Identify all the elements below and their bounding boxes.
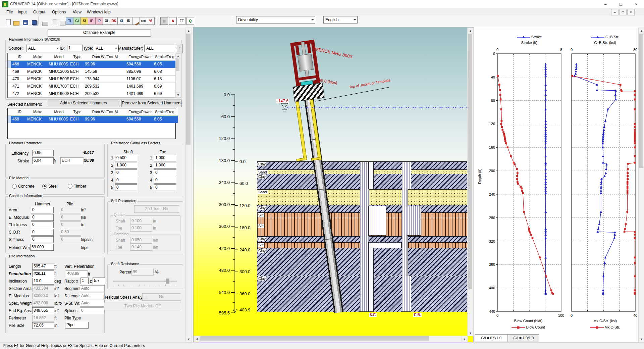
hammer-table-header-2[interactable]: Model [47,53,71,61]
srd-button[interactable]: SRD [140,17,147,25]
helmet-weight-field[interactable]: 69.000 [30,244,54,251]
middle-scroll-up-icon[interactable]: ▲ [467,28,474,34]
cushion-1-hammer-field[interactable]: 0 [31,214,54,221]
source-dropdown[interactable]: ALL [26,45,60,52]
hammer-table-row-0-cell-6[interactable]: 6.05 [153,61,178,68]
pile-right-1-field[interactable]: Auto. [80,293,105,299]
toe-factor-1-field[interactable]: 1.000 [154,155,176,161]
hammer-table-row-3-cell-5[interactable]: 1401.689 [125,83,155,90]
selected-hammers-table-row-0-cell-4[interactable]: 99.96 [84,116,128,123]
hammer-table-row-4-cell-5[interactable]: 1401.689 [125,90,155,98]
hammer-selection-button[interactable] [132,17,140,25]
hammer-table-row-2-cell-1[interactable]: MENCK [26,76,50,83]
hammer-table-scroll-up-icon[interactable]: ▲ [175,53,181,59]
hammer-table-row-3-cell-2[interactable]: MHU1700T [47,83,71,90]
print-preview-button[interactable] [49,17,57,25]
pile-3-field[interactable]: 433.384 [32,285,54,292]
hammer-table-row-3-cell-1[interactable]: MENCK [26,83,50,90]
soil-input-button[interactable]: SI [80,17,88,25]
hammer-table-row-2-cell-4[interactable]: 178.944 [84,76,128,83]
hammer-table-row-4-cell-1[interactable]: MENCK [26,90,50,98]
manufacturer-dropdown[interactable]: ALL [144,45,180,52]
shaft-factor-2-field[interactable]: 1.000 [115,162,137,169]
menu-help[interactable]: Help [100,9,113,15]
language-dropdown[interactable]: English [323,16,358,23]
cushion-3-pile-field[interactable]: 0.50 [60,229,81,236]
pile-input-1-button[interactable]: IP [88,17,96,25]
hammer-table-scroll-thumb[interactable] [176,59,179,71]
hammer-table-row-1-cell-1[interactable]: MENCK [26,68,50,76]
child-restore-button[interactable]: □ [619,9,627,15]
save-all-button[interactable] [29,17,37,25]
middle-hscroll-thumb[interactable] [200,336,429,341]
hammer-table-row-3-cell-4[interactable]: 209.532 [84,83,128,90]
hammer-table-row-4-cell-6[interactable]: 6.69 [153,90,178,98]
tab-gl-1.0-1.0[interactable]: G/L= 1.0/1.0 [508,334,539,342]
hammer-table-row-2-cell-6[interactable]: 6.18 [153,76,178,83]
hammer-table-row-2-cell-2[interactable]: MHU1500S [47,76,71,83]
selected-hammers-table-header-2[interactable]: Model [47,108,71,116]
pile-right-0-field[interactable]: Auto [80,285,105,292]
residual-stress-button[interactable]: No [142,293,181,301]
cushion-0-hammer-field[interactable]: 0 [31,207,54,213]
menu-file[interactable]: File [4,9,15,15]
quake-toe-field[interactable]: 0.100 [130,225,152,232]
right-scroll-down-icon[interactable]: ▼ [638,336,644,342]
screen-output-button[interactable] [58,17,65,25]
child-minimize-button[interactable]: – [611,9,619,15]
pile-4-field[interactable]: 30000.0 [32,293,54,299]
radio-concrete[interactable] [12,184,17,189]
cushion-0-pile-field[interactable]: 0 [60,207,81,213]
hammer-table-row-3-cell-6[interactable]: 6.69 [153,83,178,90]
save-button[interactable] [20,17,28,25]
close-button[interactable]: × [629,0,644,8]
hammer-table-header-6[interactable]: Stroke/Freq. [153,53,178,61]
left-scroll-thumb[interactable] [186,34,191,145]
menu-output[interactable]: Output [31,9,48,15]
selected-hammers-table-header-1[interactable]: Make [26,108,50,116]
font-format-button[interactable]: FF [178,17,185,25]
pile-input-2-button[interactable]: IP [95,17,103,25]
selected-hammers-table-row-0-cell-5[interactable]: 604.568 [125,116,155,123]
shaft-factor-5-field[interactable]: 0 [115,184,137,191]
project-name-field[interactable]: Offshore Example [48,30,151,37]
hammer-table-row-0-cell-1[interactable]: MENCK [26,61,50,68]
pile-1-field[interactable]: 410.11 [32,270,54,277]
general-input-button[interactable]: GI [73,17,81,25]
hammer-table-header-4[interactable]: Ram Wt/Ecc. M. [84,53,128,61]
radio-steel[interactable] [42,184,47,189]
depth-input-button[interactable]: ID [125,17,132,25]
percentage-button[interactable]: % [147,17,155,25]
shaft-factor-4-field[interactable]: 0 [115,177,137,184]
middle-scroll-down-icon[interactable]: ▼ [467,330,474,336]
hammer-table-row-1-cell-5[interactable]: 885.096 [125,68,155,76]
pile-0-field[interactable]: 595.47 [32,263,54,270]
damping-shaft-field[interactable]: 0.050 [130,237,152,244]
right-scroll-up-icon[interactable]: ▲ [638,28,644,34]
hammer-table-row-0-cell-2[interactable]: MHU 800S [47,61,71,68]
quake-shaft-field[interactable]: 0.100 [130,218,152,225]
analysis-x-button[interactable]: XI [103,17,110,25]
child-close-button[interactable]: × [627,9,635,15]
pile-right-3-field[interactable]: 0 [80,307,105,314]
middle-vscroll-thumb[interactable] [468,34,472,289]
analysis-x2-button[interactable]: XI [117,17,125,25]
second-toe-button[interactable]: 2nd Toe - No [134,205,179,213]
grid-view-button[interactable]: ▦ [160,17,168,25]
toe-factor-3-field[interactable]: 0 [154,169,176,176]
pile-8-field[interactable]: 72.05 [32,322,54,329]
selected-hammers-table-row-0-cell-1[interactable]: MENCK [26,116,50,123]
hammer-table-row-1-cell-4[interactable]: 145.59 [84,68,128,76]
cushion-4-pile-field[interactable]: 0 [60,236,81,243]
print-button[interactable] [40,17,48,25]
shaft-resistance-slider-thumb[interactable] [166,279,169,284]
middle-scroll-right-icon[interactable]: ► [462,336,468,342]
hammer-table-row-2-cell-5[interactable]: 1106.07 [125,76,155,83]
hammer-table-row-4-cell-4[interactable]: 209.532 [84,90,128,98]
damping-toe-field[interactable]: 0.149 [130,244,152,251]
hammer-table-row-0-cell-5[interactable]: 604.568 [125,61,155,68]
hammer-type-field[interactable]: ECH [60,157,84,164]
remove-from-selected-button[interactable]: Remove from Selected Hammers [121,100,182,107]
hammer-table-scroll-down-icon[interactable]: ▼ [175,92,181,98]
hammer-table-row-1-cell-2[interactable]: MHU1200S [47,68,71,76]
